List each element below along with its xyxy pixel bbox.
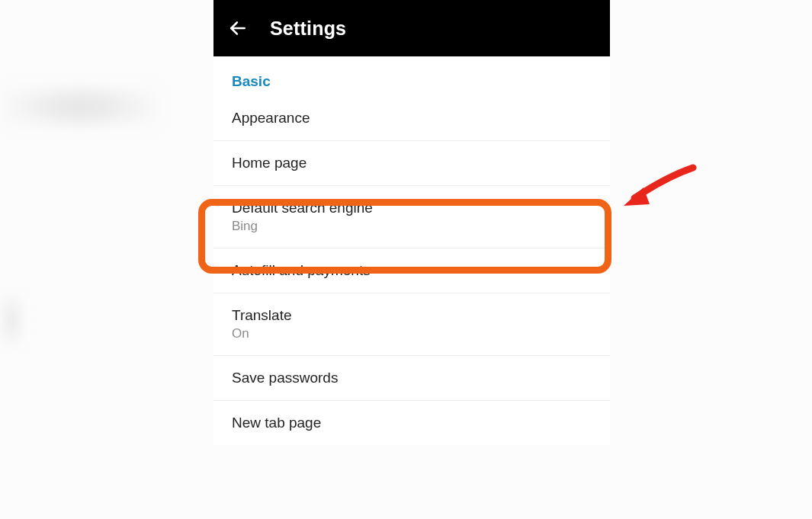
setting-new-tab-page[interactable]: New tab page (213, 401, 610, 445)
setting-appearance[interactable]: Appearance (213, 96, 610, 141)
setting-autofill-payments[interactable]: Autofill and payments (213, 248, 610, 293)
setting-label: New tab page (232, 415, 592, 431)
page-title: Settings (270, 18, 346, 40)
setting-default-search-engine[interactable]: Default search engine Bing (213, 186, 610, 248)
settings-panel: Settings Basic Appearance Home page Defa… (213, 0, 610, 445)
setting-label: Autofill and payments (232, 262, 592, 279)
background-blur (0, 293, 23, 347)
setting-label: Save passwords (232, 370, 592, 386)
setting-save-passwords[interactable]: Save passwords (213, 356, 610, 401)
setting-label: Appearance (232, 110, 592, 127)
setting-label: Default search engine (232, 200, 592, 216)
background-blur (0, 84, 160, 130)
section-label-basic: Basic (213, 56, 610, 96)
setting-value: Bing (232, 219, 592, 234)
header-bar: Settings (213, 0, 610, 56)
setting-label: Translate (232, 307, 592, 324)
setting-homepage[interactable]: Home page (213, 141, 610, 186)
setting-label: Home page (232, 155, 592, 171)
setting-value: On (232, 326, 592, 341)
back-arrow-icon[interactable] (227, 18, 249, 39)
setting-translate[interactable]: Translate On (213, 293, 610, 356)
